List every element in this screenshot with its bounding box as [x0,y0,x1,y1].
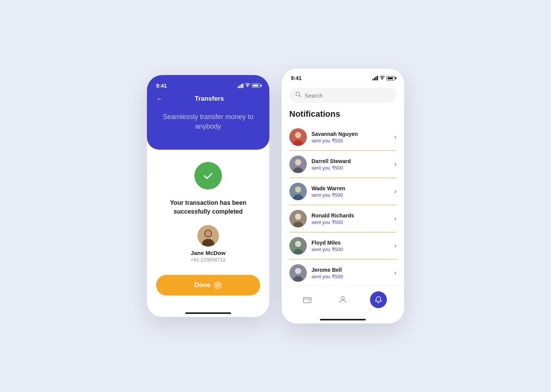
svg-point-6 [295,132,301,138]
svg-point-18 [295,241,301,247]
search-input[interactable] [305,92,390,99]
signal-icon-2 [372,76,378,80]
avatar [289,264,307,282]
transfers-nav: ← Transfers [156,95,260,103]
phone-transfers: 9:41 ← Transfers Seamlessly transfer mon… [147,75,269,317]
phone-notifications: 9:41 Notifications [282,69,404,323]
svg-point-9 [295,159,301,165]
user-avatar [197,225,219,247]
list-item[interactable]: Savannah Nguyen sent you ₹500 › [289,124,396,151]
wifi-icon-2 [380,75,385,82]
notification-info: Darrell Steward sent you ₹500 [311,158,390,171]
notif-name: Jerome Bell [311,267,390,273]
transfers-title: Transfers [168,95,260,103]
signal-icon-1 [238,83,243,88]
notifications-list: Savannah Nguyen sent you ₹500 › Darrell … [282,124,404,286]
chevron-right-icon: › [395,215,396,222]
notif-amount: sent you ₹500 [311,247,390,252]
nav-notifications[interactable] [370,291,387,308]
user-phone: +91-223658712 [191,257,225,263]
avatar [289,128,307,146]
svg-point-21 [295,268,301,274]
chevron-right-icon: › [395,161,396,168]
search-bar[interactable] [289,88,396,103]
nav-profile[interactable] [334,291,351,308]
chevron-right-icon: › [395,242,396,249]
chevron-right-icon: › [395,270,396,276]
phones-container: 9:41 ← Transfers Seamlessly transfer mon… [147,69,404,323]
notif-amount: sent you ₹500 [311,219,390,225]
battery-icon-2 [386,76,395,80]
chevron-right-icon: › [395,188,396,195]
done-check-icon: ✓ [214,281,222,289]
status-bar-2: 9:41 [282,69,404,85]
svg-point-25 [341,297,344,300]
notif-name: Savannah Nguyen [311,131,390,137]
notif-name: Darrell Steward [311,158,390,164]
status-icons-1 [238,83,260,88]
list-item[interactable]: Darrell Steward sent you ₹500 › [289,151,396,178]
nav-wallet[interactable] [299,291,316,308]
transfers-body: Your transaction has been successfully c… [147,150,269,306]
bottom-nav [282,286,404,313]
notif-name: Floyd Miles [311,240,390,246]
svg-rect-23 [303,297,311,303]
svg-point-24 [308,300,309,301]
avatar [289,210,307,227]
chevron-right-icon: › [395,134,396,140]
battery-icon-1 [252,83,260,88]
search-icon [295,91,302,99]
home-indicator-2 [320,319,366,320]
success-icon [194,162,222,189]
notif-amount: sent you ₹500 [311,165,390,171]
avatar [289,237,307,255]
done-label: Done [194,281,211,289]
wifi-icon-1 [245,83,250,88]
time-1: 9:41 [156,83,167,89]
done-button[interactable]: Done ✓ [156,275,260,296]
avatar [289,183,307,200]
user-card: Jane McDow +91-223658712 [191,225,225,263]
success-message: Your transaction has been successfully c… [156,199,260,216]
notif-amount: sent you ₹500 [311,274,390,279]
notification-info: Ronald Richards sent you ₹500 [311,212,390,225]
notification-info: Wade Warren sent you ₹500 [311,185,390,198]
user-name: Jane McDow [191,250,226,256]
list-item[interactable]: Ronald Richards sent you ₹500 › [289,205,396,232]
list-item[interactable]: Jerome Bell sent you ₹500 › [289,260,396,286]
transfers-header: 9:41 ← Transfers Seamlessly transfer mon… [147,75,269,150]
svg-point-12 [295,186,301,193]
notif-name: Ronald Richards [311,212,390,219]
notification-info: Savannah Nguyen sent you ₹500 [311,131,390,144]
notif-amount: sent you ₹500 [311,138,390,144]
status-bar-1: 9:41 [156,83,260,89]
notifications-title: Notifications [282,109,404,124]
svg-point-3 [205,230,211,237]
svg-point-15 [295,214,301,220]
home-indicator-1 [185,312,231,314]
list-item[interactable]: Floyd Miles sent you ₹500 › [289,232,396,260]
status-icons-2 [372,75,395,82]
transfers-subtitle: Seamlessly transfer money to anybody [156,112,260,131]
notif-name: Wade Warren [311,185,390,191]
back-button[interactable]: ← [156,95,163,103]
notification-info: Jerome Bell sent you ₹500 [311,267,390,279]
notification-info: Floyd Miles sent you ₹500 [311,240,390,252]
avatar [289,155,307,173]
list-item[interactable]: Wade Warren sent you ₹500 › [289,178,396,205]
time-2: 9:41 [291,75,302,81]
notif-amount: sent you ₹500 [311,192,390,198]
